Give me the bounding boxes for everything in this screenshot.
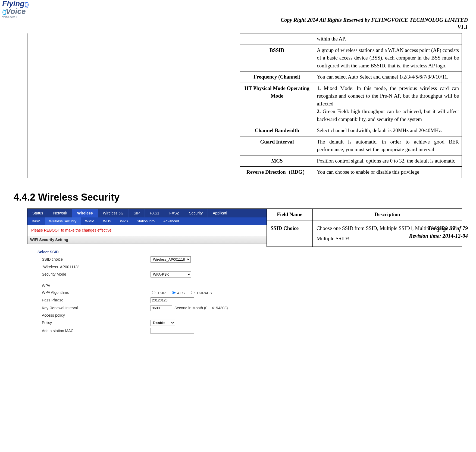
key-renewal-label: Key Renewal Interval: [42, 306, 151, 310]
param-desc: You can select Auto Select and channel 1…: [314, 71, 462, 83]
page-footer: The page 37 of 79 Revision time: 2014-12…: [409, 225, 468, 240]
wpa-algorithms-label: WPA Algorithms: [42, 290, 151, 295]
table-row: within the AP.: [27, 33, 462, 45]
form-row: Key Renewal Interval Second in Month (0 …: [37, 304, 266, 312]
param-label: Reverse Direction（RDG）: [240, 167, 314, 178]
subtab-wmm[interactable]: WMM: [81, 217, 99, 225]
tab-fxs2[interactable]: FXS2: [164, 209, 184, 217]
param-desc: within the AP.: [314, 33, 462, 45]
logo-tagline: Voice over IP: [2, 16, 28, 18]
param-desc: Position control signal, options are 0 t…: [314, 155, 462, 167]
tab-security[interactable]: Security: [184, 209, 208, 217]
ssid-choice-label: SSID choice: [42, 257, 151, 261]
param-label: [240, 33, 314, 45]
form-row: SSID choice Wireless_AP001118: [37, 255, 266, 264]
form-row: Pass Phrase: [37, 296, 266, 304]
ssid-choice-select[interactable]: Wireless_AP001118: [151, 256, 191, 263]
select-ssid-group: Select SSID: [37, 248, 266, 255]
param-label: MCS: [240, 155, 314, 167]
ssid-quoted-label: "Wireless_AP001118": [42, 265, 151, 269]
logo-flying: Flying: [2, 0, 24, 8]
header-right: Copy Right 2014 All Rights Reserved by F…: [8, 16, 468, 30]
add-station-mac-label: Add a station MAC: [42, 329, 151, 333]
tab-sip[interactable]: SIP: [129, 209, 145, 217]
wpa-alg-tkipaes[interactable]: TKIPAES: [190, 291, 212, 295]
subtab-wps[interactable]: WPS: [116, 217, 133, 225]
param-desc: The default is automatic, in order to ac…: [314, 136, 462, 155]
empty-cell: [27, 33, 240, 178]
table-row: Field Name Description: [267, 208, 462, 220]
security-mode-label: Security Mode: [42, 272, 151, 276]
wifi-icon: ))): [24, 1, 28, 7]
tab-network[interactable]: Network: [48, 209, 72, 217]
wifi-form: Select SSID SSID choice Wireless_AP00111…: [37, 247, 266, 335]
logo-voice: Voice: [6, 7, 26, 15]
param-label: Channel Bandwidth: [240, 125, 314, 136]
version-text: V1.1: [8, 23, 468, 30]
policy-label: Policy: [42, 320, 151, 325]
param-desc: Select channel bandwidth, default is 20M…: [314, 125, 462, 136]
logo: Flying))) (((Voice Voice over IP: [2, 0, 28, 18]
key-renewal-input[interactable]: [151, 305, 172, 311]
revision-time: Revision time: 2014-12-04: [409, 232, 468, 240]
param-label: Guard Interval: [240, 136, 314, 155]
wpa-alg-tkip[interactable]: TKIP: [151, 291, 166, 295]
wireless-security-panel: Status Network Wireless Wireless 5G SIP …: [27, 208, 267, 244]
main-tabs: Status Network Wireless Wireless 5G SIP …: [27, 209, 267, 217]
param-desc: You can choose to enable or disable this…: [314, 167, 462, 178]
pass-phrase-label: Pass Phrase: [42, 298, 151, 302]
wpa-alg-aes[interactable]: AES: [171, 291, 185, 295]
form-row: Add a station MAC: [37, 327, 266, 335]
page-number: The page 37 of 79: [409, 225, 468, 232]
subtab-basic[interactable]: Basic: [27, 217, 45, 225]
tab-status[interactable]: Status: [27, 209, 48, 217]
subtab-advanced[interactable]: Advanced: [159, 217, 183, 225]
reboot-warning: Please REBOOT to make the changes effect…: [27, 225, 267, 236]
subtab-wireless-security[interactable]: Wireless Security: [45, 217, 81, 225]
policy-select[interactable]: Disable: [151, 320, 175, 326]
key-renewal-hint: Second in Month (0 ~ 4194303): [174, 306, 228, 310]
form-row: Security Mode WPA-PSK: [37, 270, 266, 279]
section-heading: 4.4.2 Wireless Security: [14, 192, 468, 203]
param-label: BSSID: [240, 45, 314, 71]
tab-wireless[interactable]: Wireless: [72, 209, 98, 217]
pass-phrase-input[interactable]: [151, 297, 194, 303]
param-label: HT Physical Mode Operating Mode: [240, 83, 314, 125]
wifi-security-section-bar: WIFI Security Setting: [27, 236, 267, 244]
form-row: "Wireless_AP001118": [37, 264, 266, 270]
sub-tabs: Basic Wireless Security WMM WDS WPS Stat…: [27, 217, 267, 225]
tab-fxs1[interactable]: FXS1: [145, 209, 164, 217]
param-desc: A group of wireless stations and a WLAN …: [314, 45, 462, 71]
wifi-icon: (((: [2, 9, 6, 15]
form-row: WPA Algorithms TKIP AES TKIPAES: [37, 289, 266, 296]
param-label: Frequency (Channel): [240, 71, 314, 83]
params-table: within the AP. BSSID A group of wireless…: [27, 33, 462, 178]
security-mode-select[interactable]: WPA-PSK: [151, 271, 191, 278]
tab-wireless5g[interactable]: Wireless 5G: [98, 209, 129, 217]
form-row: Policy Disable: [37, 319, 266, 327]
access-policy-group-label: Access policy: [37, 312, 266, 319]
subtab-wds[interactable]: WDS: [99, 217, 115, 225]
col-field-name: Field Name: [267, 208, 313, 220]
wpa-group-label: WPA: [37, 282, 266, 289]
field-name-cell: SSID Choice: [267, 220, 313, 247]
add-station-mac-input[interactable]: [151, 328, 194, 334]
tab-application[interactable]: Applicati: [208, 209, 232, 217]
copyright-text: Copy Right 2014 All Rights Reserved by F…: [8, 16, 468, 23]
param-desc: 1. Mixed Mode: In this mode, the previou…: [314, 83, 462, 125]
col-description: Description: [313, 208, 462, 220]
subtab-station-info[interactable]: Station Info: [132, 217, 159, 225]
